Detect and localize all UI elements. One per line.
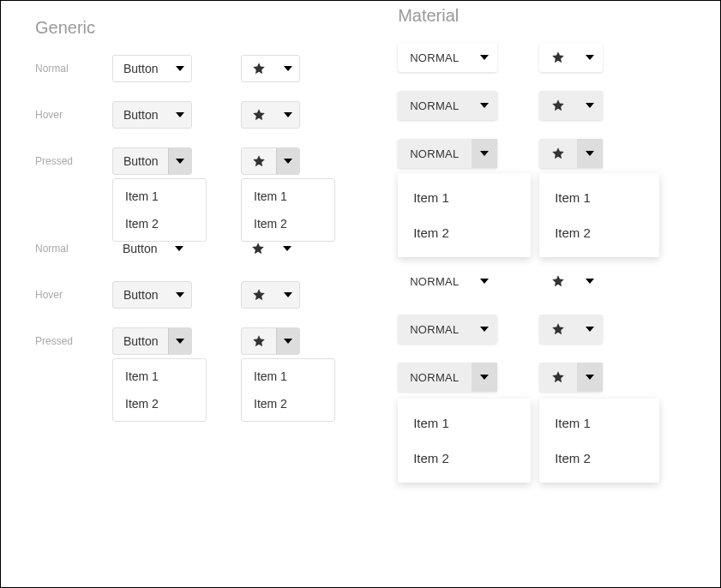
material-title: Material: [398, 6, 686, 26]
menu-item[interactable]: Item 2: [242, 390, 334, 417]
star-icon: [539, 139, 577, 168]
generic-text-button-hover[interactable]: Button: [112, 281, 192, 309]
button-label: NORMAL: [398, 315, 471, 344]
material-dropdown-menu: Item 1 Item 2: [539, 399, 659, 483]
button-label: Button: [113, 148, 168, 174]
star-icon: [539, 363, 577, 392]
generic-dropdown-menu: Item 1 Item 2: [241, 178, 335, 242]
chevron-down-icon: [577, 267, 603, 296]
button-label: Button: [113, 328, 168, 354]
state-label-hover: Hover: [35, 289, 112, 301]
material-icon-button-pressed[interactable]: [539, 139, 603, 168]
generic-button-pressed[interactable]: Button: [112, 147, 192, 175]
chevron-down-icon: [276, 56, 299, 81]
star-icon: [242, 148, 276, 174]
material-dropdown-menu: Item 1 Item 2: [398, 399, 531, 483]
generic-icon-button-hover[interactable]: [241, 101, 300, 129]
chevron-down-icon: [276, 328, 299, 354]
menu-item[interactable]: Item 2: [113, 390, 206, 417]
menu-item[interactable]: Item 1: [398, 180, 531, 215]
chevron-down-icon: [577, 315, 603, 344]
state-label-normal: Normal: [35, 243, 112, 255]
chevron-down-icon: [472, 43, 497, 72]
menu-item[interactable]: Item 1: [242, 183, 334, 210]
state-label-pressed: Pressed: [35, 155, 112, 167]
chevron-down-icon: [168, 148, 191, 174]
material-button-pressed[interactable]: NORMAL: [398, 139, 496, 168]
material-button-hover[interactable]: NORMAL: [398, 91, 496, 120]
menu-item[interactable]: Item 1: [113, 183, 206, 210]
material-text-icon-button-hover[interactable]: [539, 315, 603, 344]
chevron-down-icon: [276, 102, 299, 128]
chevron-down-icon: [472, 363, 497, 392]
menu-item[interactable]: Item 2: [398, 441, 531, 476]
chevron-down-icon: [168, 282, 191, 308]
material-text-button-normal[interactable]: NORMAL: [398, 267, 496, 296]
button-label: NORMAL: [398, 91, 471, 120]
material-icon-button-hover[interactable]: [539, 91, 603, 120]
menu-item[interactable]: Item 1: [398, 405, 531, 441]
chevron-down-icon: [168, 328, 191, 354]
generic-title: Generic: [35, 18, 355, 38]
chevron-down-icon: [168, 56, 191, 81]
menu-item[interactable]: Item 2: [398, 215, 531, 250]
state-label-pressed: Pressed: [35, 335, 112, 347]
material-icon-button-normal[interactable]: [539, 43, 603, 72]
star-icon: [242, 328, 276, 354]
button-label: Button: [113, 282, 168, 308]
star-icon: [242, 282, 276, 308]
generic-dropdown-menu: Item 1 Item 2: [112, 358, 207, 422]
star-icon: [539, 43, 577, 72]
menu-item[interactable]: Item 1: [539, 405, 659, 441]
star-icon: [539, 267, 577, 296]
button-label: NORMAL: [398, 139, 471, 168]
menu-item[interactable]: Item 2: [113, 210, 206, 237]
chevron-down-icon: [472, 139, 497, 168]
material-dropdown-menu: Item 1 Item 2: [539, 173, 659, 257]
menu-item[interactable]: Item 2: [539, 441, 659, 476]
state-label-hover: Hover: [35, 109, 112, 121]
generic-text-button-pressed[interactable]: Button: [112, 327, 192, 355]
star-icon: [242, 56, 276, 81]
button-label: NORMAL: [398, 43, 471, 72]
generic-text-icon-button-pressed[interactable]: [241, 327, 300, 355]
chevron-down-icon: [577, 363, 603, 392]
menu-item[interactable]: Item 1: [242, 363, 334, 390]
generic-icon-button-pressed[interactable]: [241, 147, 300, 175]
chevron-down-icon: [577, 43, 603, 72]
star-icon: [242, 102, 276, 128]
material-text-button-pressed[interactable]: NORMAL: [398, 363, 496, 392]
chevron-down-icon: [276, 148, 299, 174]
chevron-down-icon: [276, 282, 299, 308]
generic-text-icon-button-hover[interactable]: [241, 281, 300, 309]
menu-item[interactable]: Item 2: [539, 215, 659, 250]
generic-button-hover[interactable]: Button: [112, 101, 192, 129]
generic-icon-button-normal[interactable]: [241, 55, 300, 82]
button-label: NORMAL: [398, 267, 471, 296]
star-icon: [539, 315, 577, 344]
chevron-down-icon: [472, 315, 497, 344]
material-text-icon-button-pressed[interactable]: [539, 363, 603, 392]
button-label: NORMAL: [398, 363, 471, 392]
chevron-down-icon: [577, 139, 603, 168]
chevron-down-icon: [472, 91, 497, 120]
generic-dropdown-menu: Item 1 Item 2: [241, 358, 335, 422]
material-dropdown-menu: Item 1 Item 2: [398, 173, 531, 257]
state-label-normal: Normal: [35, 63, 112, 75]
star-icon: [539, 91, 577, 120]
chevron-down-icon: [472, 267, 497, 296]
generic-dropdown-menu: Item 1 Item 2: [112, 178, 207, 242]
menu-item[interactable]: Item 2: [242, 210, 334, 237]
chevron-down-icon: [168, 102, 191, 128]
menu-item[interactable]: Item 1: [539, 180, 659, 215]
menu-item[interactable]: Item 1: [113, 363, 206, 390]
button-label: Button: [113, 56, 168, 81]
button-label: Button: [113, 102, 168, 128]
chevron-down-icon: [577, 91, 603, 120]
material-text-icon-button-normal[interactable]: [539, 267, 603, 296]
material-button-normal[interactable]: NORMAL: [398, 43, 496, 72]
generic-button-normal[interactable]: Button: [112, 55, 192, 82]
material-text-button-hover[interactable]: NORMAL: [398, 315, 496, 344]
